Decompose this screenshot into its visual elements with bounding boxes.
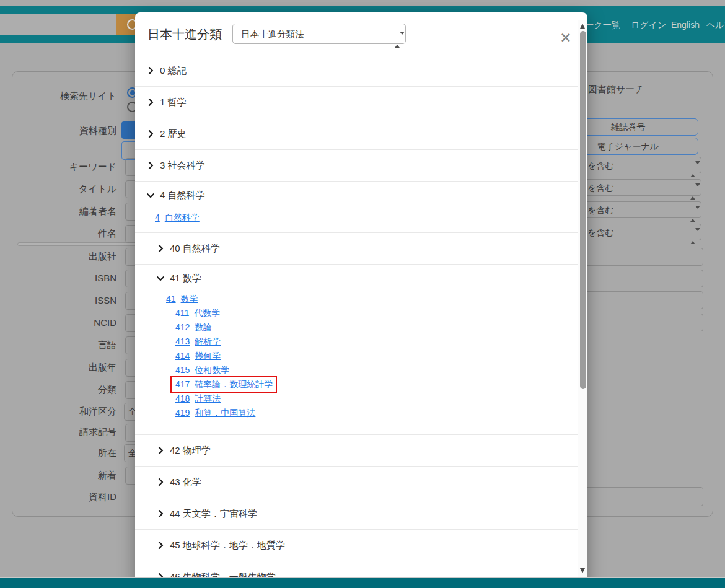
footer-bar — [0, 577, 725, 588]
modal-header: 日本十進分類 日本十進分類法 ✕ — [135, 12, 587, 55]
close-icon[interactable]: ✕ — [556, 29, 575, 47]
ndc-code: 419 — [175, 408, 190, 419]
tree-row-44[interactable]: 44 天文学．宇宙科学 — [135, 498, 578, 530]
ndc-code: 412 — [175, 322, 190, 333]
label-issn: ISSN — [36, 295, 116, 305]
tree-row-label: 42 物理学 — [170, 445, 211, 457]
ndc-name: 幾何学 — [195, 351, 221, 362]
ndc-link-4[interactable]: 4 自然科学 — [155, 213, 200, 224]
ndc-link-419[interactable]: 419 和算．中国算法 — [175, 408, 255, 419]
ndc-name: 和算．中国算法 — [195, 408, 255, 419]
tree-row-41-expanded[interactable]: 41 数学 — [135, 265, 578, 292]
global-search-input[interactable] — [0, 14, 117, 35]
chevron-right-icon — [157, 510, 164, 517]
subject-match-select[interactable]: を含む — [581, 224, 701, 240]
library-search-option-label: 図書館サーチ — [588, 84, 644, 95]
ndc-link-413[interactable]: 413 解析学 — [175, 336, 221, 348]
ndc-link-418[interactable]: 418 計算法 — [175, 393, 221, 405]
label-classification: 分類 — [36, 384, 116, 396]
label-ncid: NCID — [36, 317, 116, 328]
label-jp-western: 和洋区分 — [36, 406, 116, 418]
ndc-code: 411 — [175, 308, 189, 319]
classification-scheme-select[interactable]: 日本十進分類法 — [232, 24, 406, 44]
ndc-name: 確率論．数理統計学 — [195, 379, 273, 390]
chevron-down-icon — [147, 191, 154, 199]
ndc-code: 413 — [175, 336, 190, 348]
tree-row-4-shizen-expanded[interactable]: 4 自然科学 — [135, 182, 578, 209]
label-publisher: 出版社 — [36, 251, 116, 263]
title-match-select[interactable]: を含む — [581, 179, 701, 196]
keyword-match-select[interactable]: を含む — [581, 157, 701, 173]
updown-arrows-icon — [690, 183, 695, 200]
nav-help-link[interactable]: ヘルプ — [706, 20, 725, 31]
tree-link-line-413: 413 解析学 — [135, 335, 578, 349]
tree-row-1-tetsugaku[interactable]: 1 哲学 — [135, 87, 578, 118]
label-material-id: 資料ID — [36, 491, 116, 503]
ndc-name: 数学 — [181, 294, 198, 305]
label-call-number: 請求記号 — [36, 426, 116, 438]
chevron-right-icon — [147, 99, 154, 106]
label-isbn: ISBN — [36, 273, 116, 283]
modal-title: 日本十進分類 — [147, 26, 222, 43]
updown-arrows-icon — [690, 228, 695, 245]
tree-group-41: 41 数学 41 数学 411 代数学 412 数論 — [135, 265, 578, 435]
chevron-right-icon — [147, 130, 154, 138]
ndc-link-415[interactable]: 415 位相数学 — [175, 365, 229, 376]
match-select-value: を含む — [587, 205, 614, 215]
label-material-type: 資料種別 — [36, 125, 116, 137]
label-language: 言語 — [36, 340, 116, 351]
label-search-site: 検索先サイト — [36, 90, 116, 102]
nav-login-link[interactable]: ログイン — [631, 20, 666, 31]
ndc-link-412[interactable]: 412 数論 — [175, 322, 212, 333]
scheme-select-value: 日本十進分類法 — [241, 29, 304, 39]
tree-link-line-417-highlighted: 417 確率論．数理統計学 — [135, 377, 578, 392]
ndc-classification-modal: 日本十進分類 日本十進分類法 ✕ 0 総記 1 哲学 2 歴史 3 社会科学 4… — [135, 12, 587, 588]
label-keyword: キーワード — [36, 161, 116, 173]
tree-row-40[interactable]: 40 自然科学 — [135, 233, 578, 265]
tree-row-label: 44 天文学．宇宙科学 — [170, 508, 257, 520]
chevron-right-icon — [157, 447, 164, 454]
updown-arrows-icon — [690, 161, 695, 178]
ndc-name: 代数学 — [194, 308, 220, 319]
chevron-right-icon — [157, 245, 164, 252]
match-select-value: を含む — [587, 183, 614, 193]
modal-scrollbar[interactable] — [578, 20, 587, 578]
chevron-down-icon — [157, 274, 164, 282]
match-select-value: を含む — [587, 160, 614, 170]
tree-link-line-4: 4 自然科学 — [135, 209, 578, 227]
ndc-link-411[interactable]: 411 代数学 — [175, 308, 220, 319]
tree-row-label: 45 地球科学．地学．地質学 — [170, 540, 285, 551]
author-match-select[interactable]: を含む — [581, 201, 701, 218]
tree-link-line-415: 415 位相数学 — [135, 363, 578, 377]
chevron-right-icon — [157, 478, 164, 486]
scroll-down-arrow-icon[interactable] — [580, 568, 585, 573]
scroll-up-arrow-icon[interactable] — [580, 24, 585, 29]
match-select-value: を含む — [587, 227, 614, 237]
ndc-code: 4 — [155, 213, 160, 224]
tree-row-45[interactable]: 45 地球科学．地学．地質学 — [135, 530, 578, 561]
scrollbar-thumb[interactable] — [580, 31, 586, 389]
tree-row-3-shakai[interactable]: 3 社会科学 — [135, 150, 578, 182]
tree-link-line-419: 419 和算．中国算法 — [135, 406, 578, 420]
tree-row-2-rekishi[interactable]: 2 歴史 — [135, 118, 578, 150]
tree-row-0-soki[interactable]: 0 総記 — [135, 55, 578, 87]
classification-tree: 0 総記 1 哲学 2 歴史 3 社会科学 4 自然科学 4 自然科学 — [135, 55, 578, 588]
search-button[interactable] — [116, 14, 138, 35]
updown-arrows-icon — [690, 206, 695, 222]
ndc-link-414[interactable]: 414 幾何学 — [175, 351, 221, 362]
tree-link-line-418: 418 計算法 — [135, 392, 578, 406]
tree-row-42[interactable]: 42 物理学 — [135, 435, 578, 467]
ndc-link-417[interactable]: 417 確率論．数理統計学 — [175, 379, 273, 390]
ndc-code: 418 — [175, 393, 190, 405]
label-location: 所在 — [36, 447, 116, 459]
tree-row-43[interactable]: 43 化学 — [135, 467, 578, 498]
tree-row-label: 3 社会科学 — [160, 160, 205, 172]
ndc-name: 解析学 — [195, 336, 221, 348]
nav-english-link[interactable]: English — [671, 20, 700, 30]
radio-dot — [130, 90, 135, 95]
ndc-name: 数論 — [195, 322, 212, 333]
ndc-code: 41 — [166, 294, 176, 305]
ndc-link-41[interactable]: 41 数学 — [166, 294, 198, 305]
ndc-code: 414 — [175, 351, 190, 362]
label-author: 編著者名 — [36, 206, 116, 217]
